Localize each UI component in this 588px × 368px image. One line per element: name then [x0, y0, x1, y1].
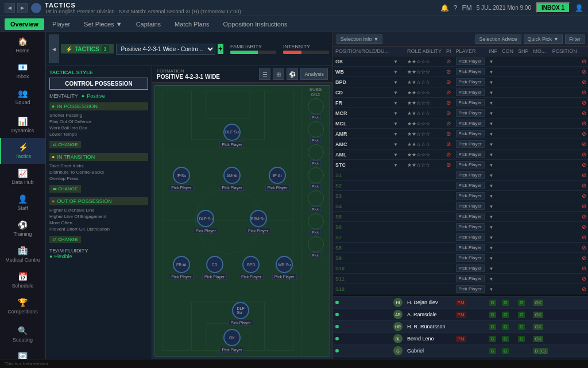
user-icon[interactable]: 👤: [575, 4, 583, 12]
sidebar-item-medical[interactable]: 🏥 Medical Centre: [0, 241, 45, 267]
tab-player[interactable]: Player: [47, 18, 76, 30]
player5-name[interactable]: Gabriel: [405, 345, 454, 357]
table-row: S8 Pick Player ▼ ⊘ -: [333, 243, 588, 253]
player-pos-fb-l[interactable]: FB·At Pick Player: [169, 256, 194, 280]
pick-player-fb-l-button[interactable]: Pick Player: [169, 274, 194, 280]
table-row: AML ▼ ★★☆☆☆ ⊘ Pick Player ▼ ⊘ - - - -: [333, 150, 588, 160]
sub-pick-6-button[interactable]: Pick: [310, 229, 321, 235]
sub-player-1[interactable]: Pick: [303, 98, 328, 120]
sub-pick-2-button[interactable]: Pick: [310, 137, 321, 143]
player4-name[interactable]: Bernd Leno: [405, 333, 454, 345]
collapse-tactics-button[interactable]: ◄: [49, 34, 59, 63]
possession-item-1: Shorter Passing: [49, 112, 148, 118]
sidebar-item-squad[interactable]: 👥 Squad: [0, 84, 45, 110]
pick-player-if-r-button[interactable]: Pick Player: [265, 185, 290, 191]
fluidity-box: TEAM FLUIDITY ● Flexible: [49, 248, 148, 259]
table-row: AMC ▼ ★★☆☆☆ ⊘ Pick Player ▼ ⊘ - - - -: [333, 139, 588, 150]
pick-player-bpd-button[interactable]: Pick Player: [239, 274, 264, 280]
in-transition-label: IN TRANSITION: [57, 154, 95, 160]
sub-player-3[interactable]: Pick: [303, 144, 328, 166]
pick-player-bbm-button[interactable]: Pick Player: [246, 228, 270, 234]
sidebar-item-home[interactable]: 🏠 Home: [0, 32, 45, 58]
sidebar-item-tactics[interactable]: ⚡ Tactics: [0, 138, 45, 164]
pick-player-gk-bottom-button[interactable]: Pick Player: [219, 347, 244, 353]
add-tactic-button[interactable]: +: [218, 44, 223, 54]
tab-captains[interactable]: Captains: [130, 18, 167, 30]
selection-advice-button[interactable]: Selection Advice: [475, 34, 521, 44]
row-shp-gk: [516, 56, 531, 67]
formation-view-pitch-button[interactable]: ⚽: [287, 68, 298, 80]
sidebar-item-schedule[interactable]: 📅 Schedule: [0, 267, 45, 293]
in-possession-header: ● IN POSSESSION: [49, 102, 148, 110]
player2-name[interactable]: A. Ramsdale: [405, 309, 454, 321]
player2-status-dot: [335, 313, 339, 316]
in-transition-change-button[interactable]: ⇄ CHANGE: [49, 185, 81, 193]
tab-opposition-instructions[interactable]: Opposition Instructions: [218, 18, 293, 30]
formation-view-list-button[interactable]: ☰: [259, 68, 270, 80]
out-possession-change-button[interactable]: ⇄ CHANGE: [49, 236, 81, 243]
player-pos-bbm[interactable]: BBM·Su Pick Player: [246, 210, 270, 234]
pick-player-am-button[interactable]: Pick Player: [219, 185, 244, 191]
in-possession-change-button[interactable]: ⇄ CHANGE: [49, 141, 81, 148]
sub-circle-6: [308, 213, 324, 229]
sub-pick-1-button[interactable]: Pick: [310, 114, 321, 120]
pick-player-gk-button[interactable]: Pick Player: [229, 320, 253, 326]
player3-name[interactable]: H. R. Rünarsson: [405, 321, 454, 333]
tab-set-pieces[interactable]: Set Pieces ▼: [78, 18, 128, 30]
sub-pick-4-button[interactable]: Pick: [310, 183, 321, 189]
pick-player-wb-r-button[interactable]: Pick Player: [272, 274, 297, 280]
table-row: CD ▼ ★★☆☆☆ ⊘ Pick Player ▼ ⊘ - - - -: [333, 87, 588, 98]
player-pos-dlf-st[interactable]: DLF·Su Pick Player: [219, 124, 244, 148]
notification-icon[interactable]: 🔔: [440, 4, 449, 12]
player-circle-gk: DLFSu: [232, 302, 249, 319]
back-button[interactable]: ◄: [5, 3, 15, 13]
player-pos-gk[interactable]: DLFSu Pick Player: [229, 302, 253, 326]
sub-pick-7-button[interactable]: Pick: [310, 252, 321, 258]
pick-player-dlf-st-button[interactable]: Pick Player: [219, 141, 244, 148]
sub-player-4[interactable]: Pick: [303, 167, 328, 189]
sidebar-item-data-hub[interactable]: 📈 Data Hub: [0, 164, 45, 190]
tab-match-plans[interactable]: Match Plans: [169, 18, 215, 30]
pick-player-dlp-button[interactable]: Pick Player: [194, 228, 218, 234]
help-icon[interactable]: ?: [454, 4, 458, 12]
tab-overview[interactable]: Overview: [5, 18, 44, 30]
sidebar-item-competitions[interactable]: 🏆 Competitions: [0, 293, 45, 319]
sidebar-item-inbox[interactable]: 📧 Inbox: [0, 58, 45, 84]
player-pos-if-l[interactable]: IF·Su Pick Player: [169, 167, 194, 191]
sidebar-item-scouting[interactable]: 🔍 Scouting: [0, 321, 45, 347]
tactics-left: TACTICAL STYLE CONTROL POSSESSION MENTAL…: [46, 66, 152, 359]
analysis-button[interactable]: Analysis: [300, 68, 328, 80]
sub-player-6[interactable]: Pick: [303, 213, 328, 235]
player-pos-if-r[interactable]: IF·At Pick Player: [265, 167, 290, 191]
player-pos-am[interactable]: AM·At Pick Player: [219, 167, 244, 191]
sub-player-2[interactable]: Pick: [303, 121, 328, 143]
sidebar-item-dynamics[interactable]: 📊 Dynamics: [0, 112, 45, 138]
pick-player-cd-l-button[interactable]: Pick Player: [202, 274, 227, 280]
schedule-icon: 📅: [18, 272, 28, 281]
tactics-header: ◄ ⚡ TACTICS 1 Positive 4-2-3-1 Wide - Co…: [46, 32, 332, 66]
sidebar-item-training[interactable]: ⚽ Training: [0, 216, 45, 241]
quick-pick-button[interactable]: Quick Pick ▼: [524, 34, 563, 44]
player-pos-cd-l[interactable]: CD Pick Player: [202, 256, 227, 280]
sub-pick-3-button[interactable]: Pick: [310, 160, 321, 166]
player1-name[interactable]: H. Dejan Iliev: [405, 297, 454, 309]
top-bar: ◄ ► TACTICS 1st in English Premier Divis…: [0, 0, 588, 16]
tactic-name-select[interactable]: Positive 4-2-3-1 Wide - Contro...: [116, 44, 215, 55]
sidebar-item-transfers[interactable]: 🔄 Transfers: [0, 347, 45, 359]
player-pos-dlp[interactable]: DLP·Su Pick Player: [194, 210, 218, 234]
sub-pick-5-button[interactable]: Pick: [310, 206, 321, 212]
selection-info-button[interactable]: Selection Info ▼: [336, 34, 382, 44]
page-subtitle: 1st in English Premier Division · Next M…: [45, 9, 241, 14]
formation-view-grid-button[interactable]: ⊞: [273, 68, 284, 80]
player-pos-goalkeeper[interactable]: GK Pick Player: [219, 329, 244, 353]
sub-player-7[interactable]: Pick: [303, 236, 328, 258]
competitions-icon: 🏆: [18, 298, 28, 307]
player-pos-bpd[interactable]: BPD Pick Player: [239, 256, 264, 280]
pick-player-if-l-button[interactable]: Pick Player: [169, 185, 194, 191]
forward-button[interactable]: ►: [17, 3, 28, 13]
sidebar-item-staff[interactable]: 👤 Staff: [0, 190, 45, 216]
filter-button[interactable]: Filter: [565, 34, 585, 44]
sub-player-5[interactable]: Pick: [303, 190, 328, 212]
inbox-button[interactable]: INBOX 1: [536, 2, 570, 13]
player-pos-wb-r[interactable]: WB·Su Pick Player: [272, 256, 297, 280]
